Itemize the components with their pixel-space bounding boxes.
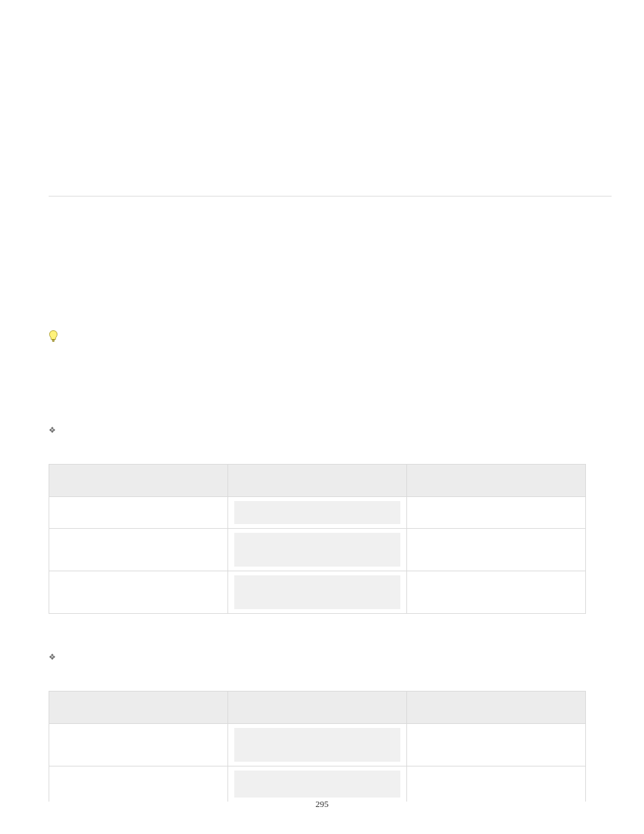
table-2-header-3 — [407, 692, 585, 700]
section-1: ❖ — [49, 425, 612, 436]
table-2-r1c1 — [49, 724, 227, 732]
table-2-header-1 — [49, 692, 227, 700]
code-box — [234, 575, 400, 609]
table-1-header-row — [49, 465, 586, 497]
table-2-r1c3 — [407, 724, 585, 732]
table-1-r2c3 — [407, 529, 585, 537]
table-row — [49, 766, 586, 802]
table-1-r1c1 — [49, 497, 227, 505]
code-box — [234, 728, 400, 762]
table-1 — [49, 464, 586, 614]
table-2-header-2 — [228, 692, 406, 700]
table-row — [49, 497, 586, 529]
table-row — [49, 724, 586, 766]
table-1-r2c1 — [49, 529, 227, 537]
page: ❖ — [0, 0, 644, 834]
table-1-r1c3 — [407, 497, 585, 505]
table-2-r2c3 — [407, 766, 585, 775]
table-1-header-3 — [407, 465, 585, 473]
lightbulb-icon — [49, 330, 62, 345]
section-2: ❖ — [49, 652, 612, 662]
diamond-bullet-icon: ❖ — [49, 425, 66, 436]
horizontal-rule — [49, 196, 612, 197]
code-box — [234, 501, 400, 524]
diamond-bullet-icon: ❖ — [49, 652, 66, 662]
table-row — [49, 571, 586, 614]
svg-rect-0 — [52, 340, 55, 340]
code-box — [234, 533, 400, 567]
table-2 — [49, 691, 586, 802]
table-2-r2c1 — [49, 766, 227, 775]
code-box — [234, 771, 400, 798]
svg-rect-1 — [52, 341, 54, 342]
table-1-r3c3 — [407, 571, 585, 579]
table-1-header-1 — [49, 465, 227, 473]
page-number: 295 — [0, 799, 644, 810]
table-1-header-2 — [228, 465, 406, 473]
table-row — [49, 529, 586, 571]
table-1-r3c1 — [49, 571, 227, 579]
tip-block — [49, 330, 612, 345]
table-2-header-row — [49, 692, 586, 724]
